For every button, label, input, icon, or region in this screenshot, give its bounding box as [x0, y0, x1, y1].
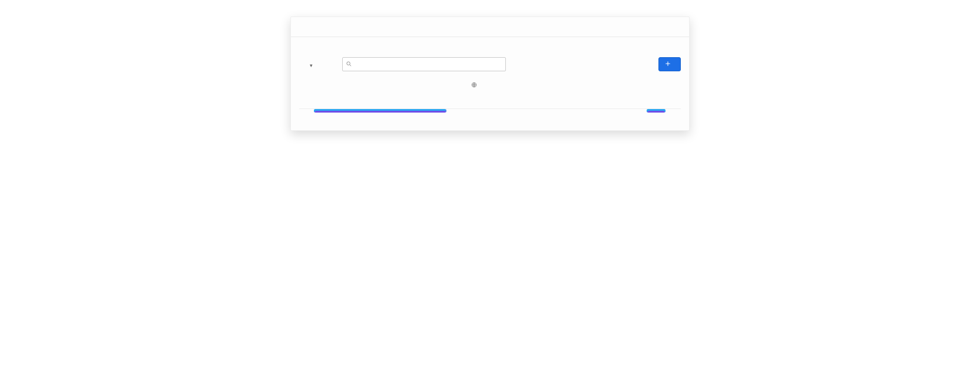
content-area: ▾: [291, 37, 689, 130]
plus-icon: [665, 61, 671, 68]
search-field-wrap: [342, 57, 506, 71]
role-actions-api-test: [622, 92, 681, 108]
svg-line-1: [350, 65, 352, 67]
search-input[interactable]: [342, 57, 506, 71]
chevron-down-icon: ▾: [310, 62, 313, 68]
settings-panel: ▾: [290, 17, 690, 131]
permissions-table: [299, 82, 681, 109]
search-icon: [346, 59, 352, 70]
globe-icon: [471, 82, 477, 90]
role-actions-org-admin: [446, 92, 505, 108]
controls-row: ▾: [299, 57, 681, 71]
role-header-org-admin: [446, 82, 505, 92]
new-role-button[interactable]: [658, 57, 681, 71]
role-actions-account-admin: [505, 92, 564, 108]
role-header-row: [299, 82, 681, 92]
show-filter-dropdown[interactable]: ▾: [307, 59, 313, 70]
svg-point-0: [347, 62, 350, 65]
role-actions-row: [299, 92, 681, 108]
tab-bar: [291, 17, 689, 37]
highlight-box-api: [647, 109, 666, 113]
role-header-regular-user: [564, 82, 623, 92]
role-actions-regular-user: [564, 92, 623, 108]
role-header-account-admin: [505, 82, 564, 92]
role-header-api-test: [622, 82, 681, 92]
highlight-box-names: [314, 109, 446, 113]
